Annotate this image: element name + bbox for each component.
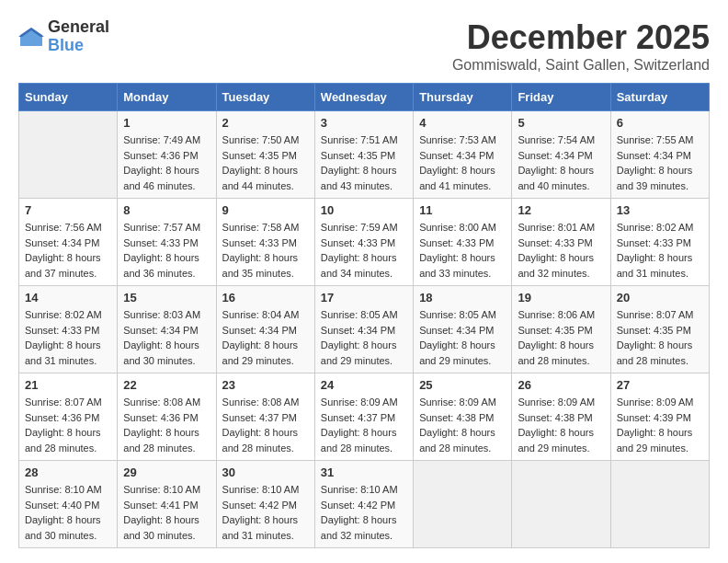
day-number: 16 [222,291,309,304]
daylight-text: Daylight: 8 hours and 28 minutes. [518,339,594,366]
day-number: 13 [617,203,703,217]
day-cell: 10 Sunrise: 7:59 AM Sunset: 4:33 PM Dayl… [314,199,413,286]
sunset-text: Sunset: 4:33 PM [25,325,99,336]
sunrise-text: Sunrise: 7:51 AM [321,134,398,145]
sunset-text: Sunset: 4:36 PM [25,412,99,423]
day-number: 26 [518,378,604,392]
day-number: 11 [419,203,506,217]
cell-content: Sunrise: 7:54 AM Sunset: 4:34 PM Dayligh… [518,132,604,193]
day-cell: 15 Sunrise: 8:03 AM Sunset: 4:34 PM Dayl… [118,286,216,373]
day-cell: 16 Sunrise: 8:04 AM Sunset: 4:34 PM Dayl… [216,286,314,373]
sunrise-text: Sunrise: 7:49 AM [123,134,200,145]
sunrise-text: Sunrise: 7:58 AM [222,222,300,233]
sunset-text: Sunset: 4:37 PM [321,412,395,423]
sunset-text: Sunset: 4:35 PM [617,325,691,336]
daylight-text: Daylight: 8 hours and 28 minutes. [419,427,495,454]
logo-icon [18,26,44,48]
day-cell: 30 Sunrise: 8:10 AM Sunset: 4:42 PM Dayl… [216,461,314,548]
calendar-header: SundayMondayTuesdayWednesdayThursdayFrid… [19,84,710,111]
cell-content: Sunrise: 8:07 AM Sunset: 4:35 PM Dayligh… [617,307,703,368]
cell-content: Sunrise: 7:58 AM Sunset: 4:33 PM Dayligh… [222,220,309,281]
day-number: 24 [321,378,407,392]
sunrise-text: Sunrise: 7:57 AM [123,222,200,233]
day-number: 2 [222,116,309,130]
day-cell: 23 Sunrise: 8:08 AM Sunset: 4:37 PM Dayl… [216,373,314,461]
location-title: Gommiswald, Saint Gallen, Switzerland [452,57,710,74]
day-number: 1 [123,116,210,130]
sunset-text: Sunset: 4:33 PM [419,237,494,248]
sunrise-text: Sunrise: 8:10 AM [123,484,200,495]
day-cell: 28 Sunrise: 8:10 AM Sunset: 4:40 PM Dayl… [19,461,118,548]
day-cell: 5 Sunrise: 7:54 AM Sunset: 4:34 PM Dayli… [512,111,610,199]
day-number: 25 [419,378,506,392]
cell-content: Sunrise: 8:05 AM Sunset: 4:34 PM Dayligh… [321,307,407,368]
sunset-text: Sunset: 4:37 PM [222,412,297,423]
sunrise-text: Sunrise: 8:10 AM [321,484,398,495]
daylight-text: Daylight: 8 hours and 30 minutes. [25,514,101,541]
day-number: 9 [222,203,309,217]
daylight-text: Daylight: 8 hours and 31 minutes. [222,514,299,541]
cell-content: Sunrise: 8:01 AM Sunset: 4:33 PM Dayligh… [518,220,604,281]
cell-content: Sunrise: 7:51 AM Sunset: 4:35 PM Dayligh… [321,132,407,193]
sunrise-text: Sunrise: 8:07 AM [617,309,694,320]
day-cell: 19 Sunrise: 8:06 AM Sunset: 4:35 PM Dayl… [512,286,610,373]
day-cell: 22 Sunrise: 8:08 AM Sunset: 4:36 PM Dayl… [118,373,216,461]
day-cell [512,461,610,548]
sunset-text: Sunset: 4:34 PM [321,325,395,336]
cell-content: Sunrise: 7:57 AM Sunset: 4:33 PM Dayligh… [123,220,210,281]
sunset-text: Sunset: 4:40 PM [25,500,99,511]
day-number: 18 [419,291,506,304]
cell-content: Sunrise: 8:10 AM Sunset: 4:42 PM Dayligh… [321,482,407,543]
day-number: 15 [123,291,210,304]
sunrise-text: Sunrise: 8:09 AM [518,396,595,408]
cell-content: Sunrise: 7:50 AM Sunset: 4:35 PM Dayligh… [222,132,309,193]
week-row-0: 1 Sunrise: 7:49 AM Sunset: 4:36 PM Dayli… [19,111,710,199]
day-cell [19,111,118,199]
sunrise-text: Sunrise: 7:50 AM [222,134,300,145]
sunrise-text: Sunrise: 7:56 AM [25,222,102,233]
sunrise-text: Sunrise: 8:02 AM [25,309,102,320]
week-row-4: 28 Sunrise: 8:10 AM Sunset: 4:40 PM Dayl… [19,461,710,548]
sunrise-text: Sunrise: 8:09 AM [419,396,496,408]
sunset-text: Sunset: 4:35 PM [321,150,395,161]
day-cell: 13 Sunrise: 8:02 AM Sunset: 4:33 PM Dayl… [610,199,709,286]
sunrise-text: Sunrise: 8:10 AM [222,484,300,495]
day-number: 14 [25,291,111,304]
cell-content: Sunrise: 8:05 AM Sunset: 4:34 PM Dayligh… [419,307,506,368]
sunrise-text: Sunrise: 8:06 AM [518,309,595,320]
day-cell: 3 Sunrise: 7:51 AM Sunset: 4:35 PM Dayli… [314,111,413,199]
daylight-text: Daylight: 8 hours and 36 minutes. [123,252,199,279]
header-cell-wednesday: Wednesday [314,84,413,111]
header-cell-sunday: Sunday [19,84,118,111]
sunset-text: Sunset: 4:34 PM [419,325,494,336]
day-cell: 11 Sunrise: 8:00 AM Sunset: 4:33 PM Dayl… [414,199,512,286]
daylight-text: Daylight: 8 hours and 32 minutes. [518,252,594,279]
header: General Blue December 2025 Gommiswald, S… [18,18,710,74]
daylight-text: Daylight: 8 hours and 28 minutes. [222,427,299,454]
day-number: 20 [617,291,703,304]
sunrise-text: Sunrise: 8:08 AM [222,396,300,408]
header-cell-tuesday: Tuesday [216,84,314,111]
day-number: 17 [321,291,407,304]
daylight-text: Daylight: 8 hours and 29 minutes. [321,339,397,366]
day-cell [414,461,512,548]
sunrise-text: Sunrise: 8:09 AM [321,396,398,408]
sunrise-text: Sunrise: 8:01 AM [518,222,595,233]
sunset-text: Sunset: 4:35 PM [518,325,592,336]
sunset-text: Sunset: 4:35 PM [222,150,297,161]
sunset-text: Sunset: 4:33 PM [222,237,297,248]
sunrise-text: Sunrise: 7:54 AM [518,134,595,145]
day-cell: 25 Sunrise: 8:09 AM Sunset: 4:38 PM Dayl… [414,373,512,461]
day-cell: 21 Sunrise: 8:07 AM Sunset: 4:36 PM Dayl… [19,373,118,461]
sunset-text: Sunset: 4:33 PM [518,237,592,248]
sunset-text: Sunset: 4:42 PM [222,500,297,511]
calendar-table: SundayMondayTuesdayWednesdayThursdayFrid… [18,83,710,548]
day-cell: 7 Sunrise: 7:56 AM Sunset: 4:34 PM Dayli… [19,199,118,286]
sunrise-text: Sunrise: 7:53 AM [419,134,496,145]
daylight-text: Daylight: 8 hours and 35 minutes. [222,252,299,279]
sunrise-text: Sunrise: 8:04 AM [222,309,300,320]
cell-content: Sunrise: 8:07 AM Sunset: 4:36 PM Dayligh… [25,395,111,455]
day-cell: 8 Sunrise: 7:57 AM Sunset: 4:33 PM Dayli… [118,199,216,286]
cell-content: Sunrise: 7:49 AM Sunset: 4:36 PM Dayligh… [123,132,210,193]
cell-content: Sunrise: 8:09 AM Sunset: 4:37 PM Dayligh… [321,395,407,455]
